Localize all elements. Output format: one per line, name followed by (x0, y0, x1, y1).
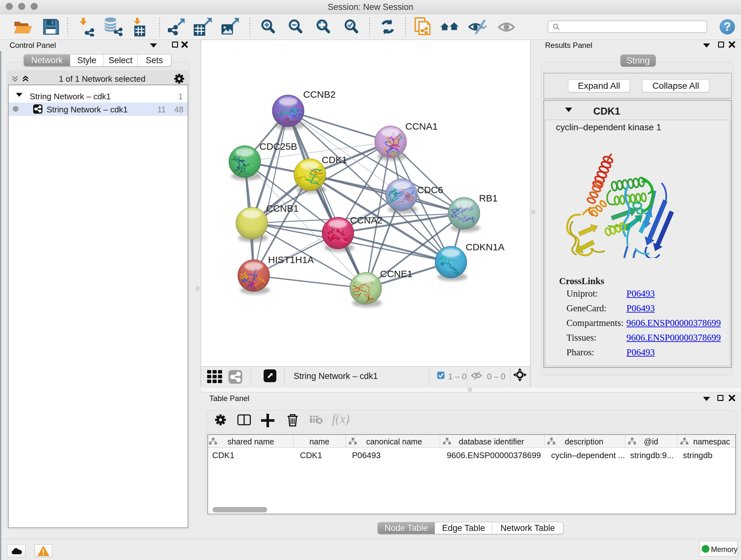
svg-text:CCNE1: CCNE1 (380, 268, 413, 279)
svg-text:CDK1: CDK1 (322, 154, 347, 165)
svg-text:CCNA1: CCNA1 (405, 121, 438, 132)
svg-text:CDC6: CDC6 (417, 185, 443, 195)
svg-text:CCNB1: CCNB1 (266, 203, 299, 213)
svg-text:HIST1H1A: HIST1H1A (268, 254, 314, 265)
svg-text:CDKN1A: CDKN1A (466, 242, 504, 252)
svg-text:CDC25B: CDC25B (259, 141, 297, 152)
svg-text:RB1: RB1 (479, 193, 497, 203)
svg-text:CCNA2: CCNA2 (350, 215, 383, 226)
svg-text:CCNB2: CCNB2 (303, 89, 336, 100)
